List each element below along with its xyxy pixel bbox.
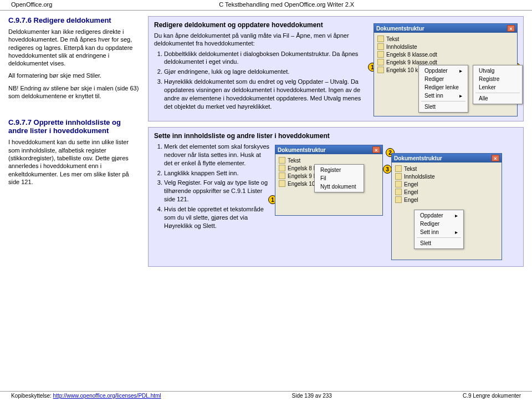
badge-3: 3 [383, 165, 392, 174]
context-menu-sett-inn: Register Fil Nytt dokument [314, 164, 364, 192]
section-heading-1: C.9.7.6 Redigere deldokument [8, 16, 141, 24]
chevron-right-icon: ▸ [459, 93, 462, 99]
submenu-lenker[interactable]: Lenker [473, 83, 522, 92]
s1-p1: Deldokumenter kan ikke redigeres direkte… [8, 28, 141, 67]
tree-item[interactable]: Tekst [395, 165, 498, 172]
box1-step2: Gjør endringene, lukk og lagre deldokume… [164, 68, 369, 76]
menu-oppdater[interactable]: Oppdater▸ [419, 67, 468, 75]
page-footer: Kopibeskyttelse: http://www.openoffice.o… [0, 391, 532, 400]
tree-item[interactable]: Engelsk 8 klasse.odt [377, 50, 514, 58]
header-center: C Tekstbehandling med OpenOffice.org Wri… [52, 1, 521, 8]
section-heading-2: C.9.7.7 Opprette innholdsliste og andre … [8, 118, 141, 135]
doc-icon [395, 196, 402, 203]
footer-page: Side 139 av 233 [292, 393, 332, 399]
menu-slett[interactable]: Slett [415, 239, 463, 247]
tree-item[interactable]: Tekst [377, 35, 514, 43]
footer-copy-label: Kopibeskyttelse: [11, 393, 53, 399]
menu-rediger[interactable]: Rediger [415, 220, 463, 228]
tree-item[interactable]: Tekst [279, 156, 379, 164]
dialog-dokumentstruktur-2b: Dokumentstruktur × Tekst Innholdsliste E… [391, 153, 502, 260]
menu-sett-inn[interactable]: Sett inn▸ [419, 92, 468, 100]
dialog1-title: Dokumentstruktur [376, 26, 424, 32]
submenu-registre[interactable]: Registre [473, 75, 522, 83]
doc-icon [377, 51, 384, 58]
menu-register[interactable]: Register [315, 166, 364, 174]
chevron-right-icon: ▸ [455, 229, 458, 235]
tree-item[interactable]: Innholdsliste [377, 43, 514, 50]
tree-item[interactable]: Engel [395, 188, 498, 196]
doc-icon [279, 157, 285, 164]
dialog-dokumentstruktur-2a: Dokumentstruktur × Tekst Engelsk 8 kl En… [275, 145, 383, 216]
menu-rediger-lenke[interactable]: Rediger lenke [419, 83, 468, 92]
box2-step2: Langklikk knappen Sett inn. [164, 169, 270, 177]
context-menu-2b: Oppdater▸ Rediger Sett inn▸ Slett [414, 210, 464, 249]
box1-step3: Høyreklikk deldokumentet som du endret o… [164, 78, 369, 110]
header-left: OpenOffice.org [11, 1, 52, 8]
box1-step1: Dobbeltklikk deldokumentet i dialogbokse… [164, 50, 369, 67]
box1-intro: Du kan åpne deldokumentet på vanlig måte… [154, 32, 369, 48]
menu-slett[interactable]: Slett [419, 103, 468, 111]
close-icon[interactable]: × [492, 155, 499, 161]
menu-fil[interactable]: Fil [315, 174, 364, 182]
tree-item[interactable]: Engel [395, 196, 498, 204]
doc-icon [377, 67, 384, 73]
doc-icon [279, 172, 285, 179]
footer-link[interactable]: http://www.openoffice.org/licenses/PDL.h… [53, 393, 161, 399]
doc-icon [279, 180, 285, 187]
instruction-box-2: Sette inn innholdsliste og andre lister … [148, 127, 524, 267]
menu-sett-inn[interactable]: Sett inn▸ [415, 228, 463, 236]
doc-icon [395, 189, 402, 195]
dialog2a-title: Dokumentstruktur [278, 147, 326, 153]
tree-item[interactable]: Engel [395, 180, 498, 188]
submenu-alle[interactable]: Alle [473, 94, 522, 103]
submenu-utvalg[interactable]: Utvalg [473, 67, 522, 75]
menu-nytt-dokument[interactable]: Nytt dokument [315, 182, 364, 191]
dialog-dokumentstruktur-1: Dokumentstruktur × Tekst Innholdsliste E… [374, 23, 518, 116]
close-icon[interactable]: × [372, 146, 380, 153]
menu-oppdater[interactable]: Oppdater▸ [415, 211, 463, 220]
doc-icon [377, 59, 384, 65]
doc-icon [395, 181, 402, 187]
box2-step3: Velg Register. For valg av type liste og… [164, 179, 270, 204]
doc-icon [395, 173, 402, 180]
context-submenu: Utvalg Registre Lenker Alle [473, 65, 523, 104]
menu-rediger[interactable]: Rediger [419, 75, 468, 83]
s2-p1: I hoveddokument kan du sette inn ulike l… [8, 138, 141, 186]
context-menu: Oppdater▸ Rediger Rediger lenke Sett inn… [418, 65, 468, 113]
instruction-box-1: Redigere deldokument og oppdatere hovedd… [148, 16, 524, 121]
chevron-right-icon: ▸ [459, 68, 462, 74]
box2-step4: Hvis det ble opprettet et tekstområde so… [164, 205, 270, 230]
box2-heading: Sette inn innholdsliste og andre lister … [154, 132, 518, 140]
tree-item[interactable]: Innholdsliste [395, 172, 498, 180]
box2-step1: Merk det elementet som skal forskyves ne… [164, 143, 270, 167]
footer-section: C.9 Lengre dokumenter [463, 393, 521, 399]
s1-p2: All formatering bør skje med Stiler. [8, 72, 141, 79]
doc-icon [377, 35, 384, 42]
doc-icon [395, 165, 402, 172]
page-header: OpenOffice.org C Tekstbehandling med Ope… [0, 0, 532, 11]
box1-heading: Redigere deldokument og oppdatere hovedd… [154, 21, 369, 29]
chevron-right-icon: ▸ [455, 212, 458, 219]
dialog2b-title: Dokumentstruktur [394, 155, 442, 161]
s1-p3: NB! Endring av stilene bør skje i malen … [8, 84, 141, 100]
doc-icon [377, 43, 384, 50]
close-icon[interactable]: × [507, 25, 515, 32]
doc-icon [279, 165, 285, 171]
